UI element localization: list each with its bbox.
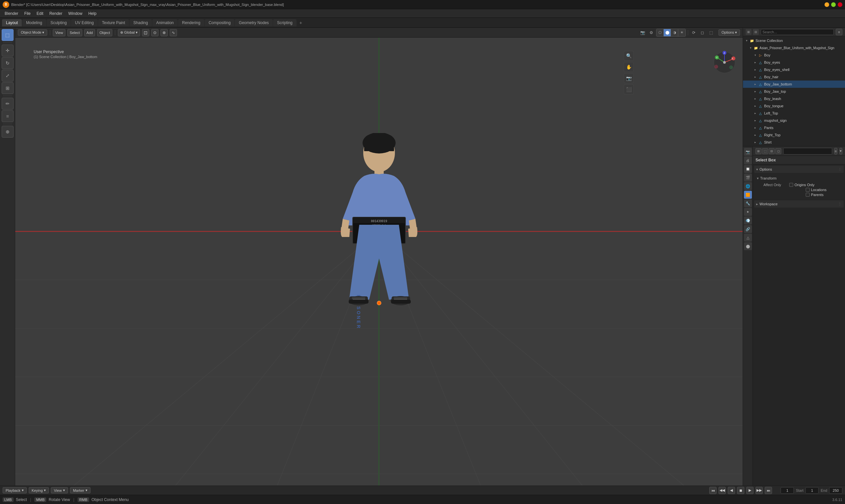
output-props-btn[interactable]: 🖨 <box>744 157 752 164</box>
minimize-btn[interactable] <box>825 2 829 7</box>
outliner-view-icon[interactable]: ⊞ <box>745 29 752 35</box>
tool-icon-4[interactable]: ◻ <box>775 148 781 154</box>
end-frame-input[interactable] <box>829 487 842 494</box>
move-tool-btn[interactable]: ✛ <box>2 44 14 56</box>
viewport[interactable]: Object Mode ▾ View Select Add Object ⊕ G… <box>15 28 743 486</box>
view-dropdown[interactable]: View ▾ <box>51 487 68 493</box>
view-layer-props-btn[interactable]: 🔲 <box>744 165 752 173</box>
prev-keyframe-btn[interactable]: ◀◀ <box>719 487 726 494</box>
visibility-eye[interactable]: 👁 <box>839 46 844 50</box>
measure-btn[interactable]: ∿ <box>170 29 177 36</box>
rotate-tool-btn[interactable]: ↻ <box>2 57 14 69</box>
object-mode-dropdown[interactable]: Object Mode ▾ <box>18 29 47 36</box>
keying-dropdown[interactable]: Keying ▾ <box>29 487 49 493</box>
tab-layout[interactable]: Layout <box>2 19 22 26</box>
snap-toggle[interactable]: ⊙ <box>151 29 158 36</box>
tab-shading[interactable]: Shading <box>129 19 152 26</box>
outliner-boy-jaw-bottom[interactable]: ▸ △ Boy_Jaw_bottom 👁 <box>743 80 845 88</box>
origins-only-checkbox[interactable] <box>789 183 793 187</box>
view-menu-btn[interactable]: View <box>53 29 65 36</box>
menu-render[interactable]: Render <box>47 11 65 17</box>
measure-tool-btn[interactable]: ⌗ <box>2 110 14 122</box>
playback-dropdown[interactable]: Playback ▾ <box>3 487 27 493</box>
material-shading-btn[interactable]: ◑ <box>671 29 678 36</box>
next-keyframe-btn[interactable]: ▶▶ <box>756 487 763 494</box>
outliner-boy-leash[interactable]: ▸ △ Boy_leash 👁 <box>743 95 845 102</box>
close-btn[interactable] <box>838 2 842 7</box>
props-search-input[interactable] <box>783 148 832 155</box>
locations-checkbox[interactable] <box>806 188 810 192</box>
camera-persp-btn[interactable]: 📷 <box>624 73 634 83</box>
visibility-eye[interactable]: 👁 <box>839 104 844 108</box>
menu-help[interactable]: Help <box>86 11 99 17</box>
outliner-boy-tongue[interactable]: ▸ △ Boy_tongue 👁 <box>743 102 845 110</box>
outliner-boy-jaw-top[interactable]: ▸ △ Boy_Jaw_top 👁 <box>743 88 845 95</box>
tool-icon-3[interactable]: ⊟ <box>769 148 775 154</box>
data-props-btn[interactable]: △ <box>744 234 752 241</box>
options-menu-btn[interactable]: Options ▾ <box>719 29 740 36</box>
object-menu-btn[interactable]: Object <box>97 29 112 36</box>
next-frame-btn[interactable]: ▶ <box>746 487 754 494</box>
props-options-btn[interactable]: ▾ <box>839 148 843 155</box>
transform-subsection-header[interactable]: ▾ Transform <box>757 175 841 182</box>
outliner-right-top[interactable]: ▸ △ Right_Top 👁 <box>743 131 845 139</box>
outliner-left-top[interactable]: ▸ △ Left_Top 👁 <box>743 110 845 117</box>
transform-tool-btn[interactable]: ⊞ <box>2 82 14 94</box>
outliner-scene-collection[interactable]: ▾ 📁 Scene Collection 👁 <box>743 37 845 44</box>
viewport-canvas[interactable]: 001439919 STRIPE F-1 DATE Central Police… <box>15 38 743 486</box>
options-section-header[interactable]: ▾ Options ⋮ <box>754 166 844 173</box>
outliner-mugshot-sign[interactable]: ▸ △ mugshot_sign 👁 <box>743 117 845 124</box>
scene-props-btn[interactable]: 🎬 <box>744 174 752 182</box>
visibility-eye[interactable]: 👁 <box>839 133 844 137</box>
pivot-dropdown[interactable]: ⊡ <box>142 29 149 36</box>
constraints-props-btn[interactable]: 🔗 <box>744 225 752 233</box>
visibility-eye[interactable]: 👁 <box>839 140 844 145</box>
tab-sculpting[interactable]: Sculpting <box>47 19 71 26</box>
outliner-pants[interactable]: ▸ △ Pants 👁 <box>743 124 845 131</box>
tab-add-btn[interactable]: + <box>297 19 305 27</box>
tab-texture-paint[interactable]: Texture Paint <box>98 19 129 26</box>
outliner-filter-btn[interactable]: ≡ <box>836 29 842 35</box>
outliner-filter-icon[interactable]: ⊟ <box>753 29 759 35</box>
visibility-eye[interactable]: 👁 <box>839 67 844 72</box>
visibility-eye[interactable]: 👁 <box>839 125 844 130</box>
menu-window[interactable]: Window <box>66 11 85 17</box>
world-props-btn[interactable]: 🌐 <box>744 182 752 190</box>
outliner-boy-hair[interactable]: ▸ △ Boy_hair 👁 <box>743 73 845 80</box>
outliner-asian-prisoner[interactable]: ▾ 📁 Asian_Prisoner_Blue_Uniform_with_Mug… <box>743 44 845 52</box>
render-region-btn[interactable]: ⬛ <box>624 85 634 94</box>
select-box-tool-btn[interactable]: ⬚ <box>2 29 14 41</box>
viewport-settings-btn[interactable]: ⚙ <box>648 29 655 36</box>
tool-icon-2[interactable]: ⬚ <box>762 148 768 154</box>
annotate-tool-btn[interactable]: ✏ <box>2 98 14 110</box>
visibility-eye[interactable]: 👁 <box>839 82 844 87</box>
cursor-tool-btn[interactable]: ⊕ <box>2 126 14 138</box>
start-frame-input[interactable] <box>805 487 818 494</box>
viewport-gizmo[interactable]: X Y Z -X -Y <box>713 51 736 74</box>
visibility-eye[interactable]: 👁 <box>839 89 844 94</box>
parents-checkbox[interactable] <box>806 193 810 197</box>
transform-dropdown[interactable]: ⊕ Global ▾ <box>118 29 140 36</box>
outliner-search-input[interactable] <box>761 29 834 35</box>
outliner-boy[interactable]: ▾ ▷ Boy 👁 <box>743 52 845 59</box>
menu-blender[interactable]: Blender <box>2 11 21 17</box>
add-menu-btn[interactable]: Add <box>84 29 95 36</box>
modifier-props-btn[interactable]: 🔧 <box>744 199 752 207</box>
maximize-btn[interactable] <box>831 2 836 7</box>
tab-scripting[interactable]: Scripting <box>273 19 297 26</box>
proportional-btn[interactable]: ⊗ <box>160 29 168 36</box>
outliner-boy-eyes-shell[interactable]: ▸ △ Boy_eyes_shell 👁 <box>743 66 845 73</box>
tool-icon-1[interactable]: ⊞ <box>756 148 761 154</box>
tab-modeling[interactable]: Modeling <box>22 19 46 26</box>
visibility-eye[interactable]: 👁 <box>839 60 844 65</box>
grab-view-btn[interactable]: ✋ <box>624 62 634 72</box>
visibility-eye[interactable]: 👁 <box>839 53 844 57</box>
overlay-toggle[interactable]: ◻ <box>699 29 706 36</box>
scale-tool-btn[interactable]: ⤢ <box>2 70 14 82</box>
tab-compositing[interactable]: Compositing <box>205 19 235 26</box>
solid-shading-btn[interactable]: ⬤ <box>664 29 671 36</box>
visibility-eye[interactable]: 👁 <box>839 96 844 101</box>
xray-toggle[interactable]: ⬚ <box>707 29 715 36</box>
rendered-shading-btn[interactable]: ☀ <box>678 29 686 36</box>
object-props-btn[interactable]: 🟧 <box>744 191 752 199</box>
